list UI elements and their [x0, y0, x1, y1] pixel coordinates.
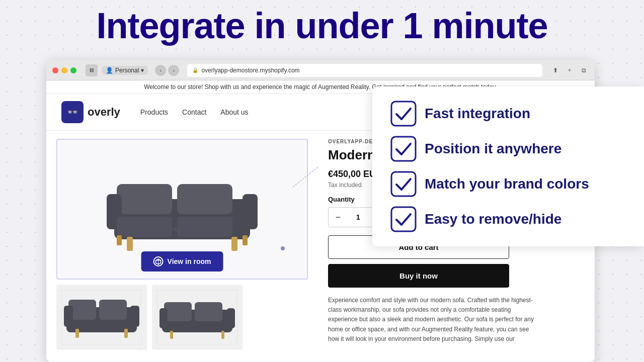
feature-panel: Fast integration Position it anywhere Ma… [372, 86, 644, 246]
lock-icon: 🔒 [192, 67, 198, 73]
svg-rect-20 [75, 329, 79, 338]
svg-rect-19 [130, 306, 139, 327]
forward-button[interactable]: › [168, 65, 179, 76]
svg-text:↖: ↖ [173, 224, 182, 237]
svg-rect-27 [227, 308, 235, 328]
back-button[interactable]: ‹ [155, 65, 166, 76]
feature-item-3: Match your brand colors [390, 171, 626, 197]
svg-rect-4 [243, 194, 258, 229]
url-text: overlyapp-demostore.myshopify.com [201, 67, 299, 74]
feature-item-1: Fast integration [390, 101, 626, 127]
store-logo: 👓 overly [61, 101, 120, 123]
view-in-room-label: View in room [168, 257, 211, 265]
thumb-sofa-2 [157, 290, 237, 345]
svg-rect-26 [159, 308, 168, 328]
profile-icon: 👤 [106, 67, 113, 74]
svg-rect-32 [391, 102, 416, 126]
checkmark-svg-3 [390, 171, 417, 197]
sofa-illustration: ↖ [99, 159, 265, 259]
svg-rect-28 [170, 331, 173, 339]
nav-contact[interactable]: Contact [182, 108, 206, 116]
svg-rect-35 [391, 207, 416, 231]
quantity-decrease[interactable]: − [329, 208, 348, 227]
svg-rect-29 [221, 331, 224, 339]
checkmark-svg-2 [390, 136, 417, 162]
tabs-icon[interactable]: ⧉ [579, 65, 589, 75]
traffic-lights [52, 67, 76, 73]
feature-item-2: Position it anywhere [390, 136, 626, 162]
store-nav: Products Contact About us [140, 108, 249, 116]
svg-rect-8 [231, 237, 237, 251]
nav-products[interactable]: Products [140, 108, 168, 116]
thumb-sofa-1 [61, 290, 142, 345]
svg-rect-21 [124, 329, 128, 338]
thumbnail-2[interactable] [152, 285, 243, 350]
product-images: ↖ View in room [46, 131, 318, 358]
add-tab-icon[interactable]: ＋ [565, 65, 575, 75]
svg-rect-17 [99, 300, 127, 320]
svg-rect-1 [117, 184, 172, 214]
browser-nav-arrows: ‹ › [155, 65, 179, 76]
checkmark-svg-1 [390, 101, 417, 127]
buy-now-button[interactable]: Buy it now [328, 264, 509, 288]
svg-rect-34 [391, 172, 416, 196]
close-button[interactable] [52, 67, 58, 73]
logo-icon: 👓 [67, 107, 78, 118]
check-icon-2 [390, 136, 417, 162]
profile-selector[interactable]: 👤 Personal ▾ [102, 66, 148, 75]
svg-rect-10 [243, 235, 248, 245]
svg-rect-33 [391, 137, 416, 161]
cube-icon [155, 258, 162, 265]
browser-actions: ⬆ ＋ ⧉ [550, 65, 589, 75]
view-in-room-button[interactable]: View in room [141, 251, 223, 272]
svg-rect-9 [117, 235, 122, 245]
thumbnail-1[interactable] [56, 285, 147, 350]
main-product-image: ↖ View in room [56, 139, 308, 280]
minimize-button[interactable] [61, 67, 67, 73]
product-description: Experience comfort and style with our mo… [328, 296, 539, 344]
feature-item-4: Easy to remove/hide [390, 206, 626, 232]
svg-rect-24 [164, 302, 192, 321]
svg-rect-25 [195, 302, 222, 321]
feature-text-4: Easy to remove/hide [425, 211, 561, 227]
check-icon-3 [390, 171, 417, 197]
logo-icon-box: 👓 [61, 101, 84, 123]
quantity-value: 1 [348, 213, 369, 221]
maximize-button[interactable] [70, 67, 76, 73]
chevron-down-icon: ▾ [141, 67, 144, 74]
feature-text-3: Match your brand colors [425, 176, 589, 192]
logo-text: overly [88, 106, 120, 119]
check-icon-1 [390, 101, 417, 127]
browser-chrome: ⊟ 👤 Personal ▾ ‹ › 🔒 overlyapp-demostore… [46, 60, 595, 80]
svg-rect-6 [177, 217, 232, 237]
ar-icon [153, 256, 164, 266]
sidebar-icon[interactable]: ⊟ [86, 64, 98, 76]
svg-rect-2 [177, 184, 232, 214]
feature-text-2: Position it anywhere [425, 141, 561, 157]
svg-rect-18 [64, 306, 73, 327]
address-bar[interactable]: 🔒 overlyapp-demostore.myshopify.com [187, 64, 542, 77]
share-icon[interactable]: ⬆ [550, 65, 560, 75]
checkmark-svg-4 [390, 206, 417, 232]
nav-about[interactable]: About us [220, 108, 248, 116]
main-headline: Integrate in under 1 minute [0, 6, 644, 46]
check-icon-4 [390, 206, 417, 232]
feature-text-1: Fast integration [425, 106, 530, 122]
svg-rect-5 [117, 217, 172, 237]
svg-rect-7 [127, 237, 133, 251]
profile-label: Personal [115, 67, 139, 74]
thumbnail-row [56, 285, 308, 350]
